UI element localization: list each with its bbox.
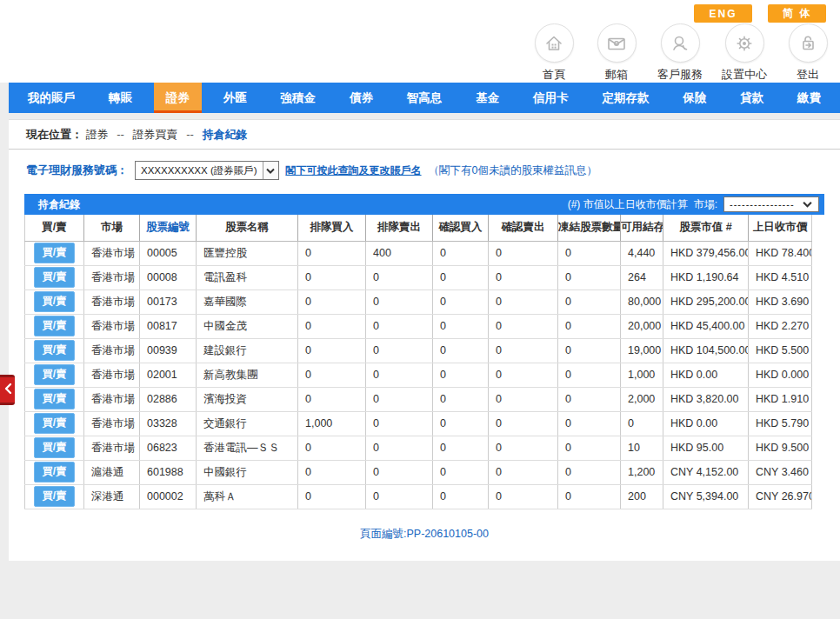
cell-frozen-shares: 0 — [558, 436, 621, 460]
section-title: 持倉紀錄 — [38, 197, 80, 212]
nav-item-transfer[interactable]: 轉賬 — [97, 83, 144, 113]
chevron-down-icon — [800, 197, 816, 211]
change-account-name-link[interactable]: 閣下可按此查詢及更改賬戶名 — [286, 163, 422, 178]
cell-queued-buy: 0 — [298, 314, 366, 338]
cell-stock-name: 新高教集團 — [197, 363, 298, 387]
market-select[interactable]: ---------------- — [723, 196, 819, 212]
cell-prev-close: HKD 1.910 — [749, 387, 812, 411]
buy-sell-button[interactable]: 買/賣 — [34, 413, 75, 434]
cell-available-balance: 264 — [621, 265, 663, 290]
nav-item-funds[interactable]: 基金 — [463, 83, 511, 113]
nav-item-credit-card[interactable]: 信用卡 — [521, 83, 581, 113]
account-select[interactable]: XXXXXXXXXX (證券賬戶) — [135, 161, 279, 180]
buy-sell-button[interactable]: 買/賣 — [34, 340, 75, 361]
cell-market-value: HKD 104,500.00 — [663, 338, 749, 363]
cell-market: 滬港通 — [84, 460, 140, 484]
cell-frozen-shares: 0 — [558, 338, 621, 363]
cell-queued-buy: 0 — [298, 387, 366, 411]
nav-item-smart-interest[interactable]: 智高息 — [395, 83, 455, 113]
header-prev-close: 上日收市價 — [749, 215, 812, 241]
breadcrumb-separator: -- — [117, 128, 124, 141]
nav-item-bonds[interactable]: 債券 — [337, 83, 385, 113]
buy-sell-button[interactable]: 買/賣 — [34, 437, 75, 458]
cell-stock-name: 中國金茂 — [197, 314, 298, 338]
logout-shortcut[interactable]: 登出 — [786, 23, 830, 83]
shareholder-message-note: （閣下有0個未讀的股東權益訊息） — [429, 163, 597, 178]
action-cell: 買/賣 — [25, 338, 84, 363]
eng-language-button[interactable]: ENG — [694, 4, 752, 23]
cell-stock-name: 濱海投資 — [197, 387, 298, 411]
cell-queued-sell: 0 — [366, 436, 433, 460]
cell-frozen-shares: 0 — [558, 387, 621, 411]
nav-item-loans[interactable]: 貸款 — [728, 83, 776, 113]
cell-confirmed-buy: 0 — [433, 265, 489, 290]
cell-confirmed-sell: 0 — [489, 314, 558, 338]
cell-market: 香港市場 — [84, 411, 140, 436]
buy-sell-button[interactable]: 買/賣 — [34, 364, 75, 385]
cell-stock-name: 香港電訊—ＳＳ — [197, 436, 298, 460]
buy-sell-button[interactable]: 買/賣 — [34, 486, 75, 507]
header-stock-code[interactable]: 股票編號 — [140, 215, 197, 241]
nav-item-fx[interactable]: 外匯 — [211, 83, 259, 113]
cell-queued-buy: 0 — [298, 241, 366, 265]
cell-available-balance: 200 — [621, 484, 663, 509]
buy-sell-button[interactable]: 買/賣 — [34, 291, 75, 312]
customer-service-shortcut[interactable]: 客戶服務 — [657, 23, 703, 83]
nav-item-mpf[interactable]: 強積金 — [269, 83, 329, 113]
cell-stock-code: 00005 — [140, 241, 197, 265]
nav-item-bill-payment[interactable]: 繳費 — [785, 83, 833, 113]
cell-queued-buy: 0 — [298, 338, 366, 363]
action-cell: 買/賣 — [25, 265, 84, 290]
mailbox-shortcut[interactable]: 郵箱 — [595, 23, 638, 83]
simplified-chinese-button[interactable]: 简 体 — [768, 4, 826, 23]
cell-confirmed-sell: 0 — [489, 387, 558, 411]
cell-market-value: HKD 379,456.00 — [663, 241, 749, 265]
settings-label: 設置中心 — [722, 67, 767, 83]
cell-frozen-shares: 0 — [558, 290, 621, 314]
nav-item-insurance[interactable]: 保險 — [670, 83, 718, 113]
buy-sell-button[interactable]: 買/賣 — [34, 267, 75, 288]
cell-confirmed-buy: 0 — [433, 387, 489, 411]
cell-stock-code: 00008 — [140, 265, 197, 290]
breadcrumb-item-securities: 證券 — [86, 128, 109, 141]
cell-stock-code: 00173 — [140, 290, 197, 314]
settings-shortcut[interactable]: 設置中心 — [722, 23, 767, 83]
buy-sell-button[interactable]: 買/賣 — [34, 462, 75, 483]
cell-frozen-shares: 0 — [558, 241, 621, 265]
quick-icons: 首頁 郵箱 — [532, 23, 830, 83]
cell-queued-buy: 0 — [298, 460, 366, 484]
cell-stock-name: 中國銀行 — [197, 460, 298, 484]
cell-market: 深港通 — [84, 484, 140, 509]
nav-item-time-deposit[interactable]: 定期存款 — [590, 83, 661, 113]
header-stock-name: 股票名稱 — [197, 215, 298, 241]
buy-sell-button[interactable]: 買/賣 — [34, 316, 75, 336]
cell-available-balance: 0 — [621, 411, 663, 436]
cell-prev-close: HKD 2.270 — [749, 314, 812, 338]
cell-market-value: CNY 4,152.00 — [663, 460, 749, 484]
buy-sell-button[interactable]: 買/賣 — [34, 243, 75, 263]
home-shortcut[interactable]: 首頁 — [532, 23, 576, 83]
cell-frozen-shares: 0 — [558, 460, 621, 484]
cell-confirmed-sell: 0 — [489, 265, 558, 290]
cell-stock-name: 萬科Ａ — [197, 484, 298, 509]
table-row: 買/賣 深港通 000002 萬科Ａ 0 0 0 0 0 200 CNY 5,3… — [25, 484, 812, 509]
nav-item-securities[interactable]: 證券 — [154, 83, 202, 113]
cell-prev-close: HKD 4.510 — [749, 265, 812, 290]
cell-queued-sell: 0 — [366, 460, 433, 484]
table-row: 買/賣 香港市場 00005 匯豐控股 0 400 0 0 0 4,440 HK… — [25, 241, 812, 265]
cell-stock-name: 建設銀行 — [197, 338, 298, 363]
cell-available-balance: 10 — [621, 436, 663, 460]
market-filter-label: 市場: — [694, 197, 717, 212]
table-header-row: 買/賣 市場 股票編號 股票名稱 排隊買入 排隊賣出 確認買入 確認賣出 凍結股… — [25, 215, 812, 241]
cell-market: 香港市場 — [84, 387, 140, 411]
cell-confirmed-buy: 0 — [433, 436, 489, 460]
table-row: 買/賣 香港市場 00008 電訊盈科 0 0 0 0 0 264 HKD 1,… — [25, 265, 812, 290]
header-confirmed-buy: 確認買入 — [433, 215, 489, 241]
cell-prev-close: HKD 0.000 — [749, 363, 812, 387]
buy-sell-button[interactable]: 買/賣 — [34, 389, 75, 409]
collapse-side-tab[interactable] — [0, 375, 15, 405]
nav-item-my-accounts[interactable]: 我的賬戶 — [16, 83, 87, 113]
action-cell: 買/賣 — [25, 314, 84, 338]
cell-confirmed-sell: 0 — [489, 460, 558, 484]
market-select-value: ---------------- — [724, 199, 800, 210]
